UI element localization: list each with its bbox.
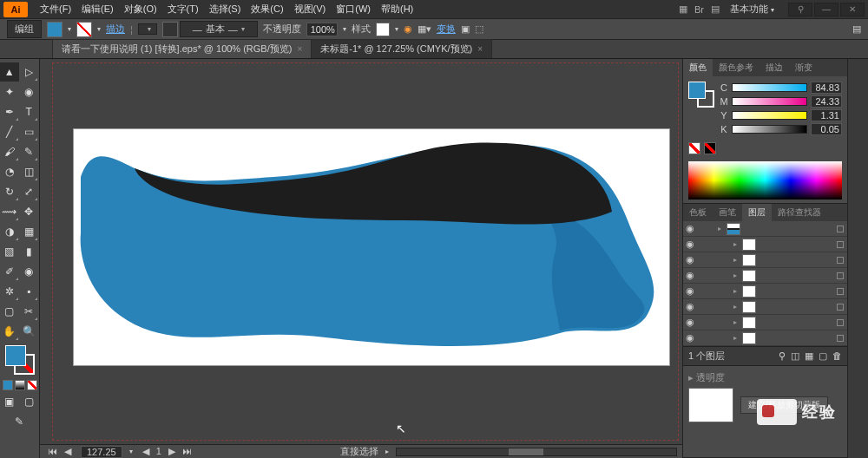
type-tool[interactable]: T [20,102,39,121]
nav-last-icon[interactable]: ⏭ [180,446,194,457]
panel-tab[interactable]: 描边 [760,59,789,76]
menu-E[interactable]: 编辑(E) [76,1,119,17]
none-swatch-icon[interactable] [688,142,700,154]
close-tab-icon[interactable]: × [297,44,302,54]
panel-tab[interactable]: 颜色 [683,59,713,76]
channel-value[interactable]: 84.83 [811,82,842,94]
slice-tool[interactable]: ✂ [20,302,39,321]
visibility-icon[interactable]: ◉ [683,239,697,250]
pencil-tool[interactable]: ✎ [20,142,39,161]
visibility-icon[interactable]: ◉ [683,270,697,281]
brush-tool[interactable]: 🖌 [0,142,19,161]
twirl-icon[interactable]: ▸ [732,303,739,311]
color-mode-icon[interactable] [3,380,13,390]
nav-next-icon[interactable]: ▶ [166,446,178,457]
width-tool[interactable]: ⟿ [0,202,19,221]
gradient-mode-icon[interactable] [15,380,25,390]
layer-row[interactable]: ◉▸ [683,221,847,237]
target-icon[interactable] [837,226,844,232]
stroke-weight[interactable]: ▾ [138,23,157,35]
mesh-tool[interactable]: ▧ [0,242,19,261]
selection-tool[interactable]: ▲ [0,62,19,82]
target-icon[interactable] [837,257,844,264]
graph-tool[interactable]: ▪ [20,282,39,301]
opacity-input[interactable] [306,23,338,36]
magic-wand-tool[interactable]: ✦ [0,82,19,101]
channel-value[interactable]: 24.33 [811,95,842,108]
bridge-icon[interactable]: Br [694,4,704,15]
stroke-menu-icon[interactable]: ▾ [97,25,101,33]
visibility-icon[interactable]: ◉ [683,332,697,344]
visibility-icon[interactable]: ◉ [683,301,697,312]
zoom-field[interactable]: 127.25 [81,446,122,458]
black-swatch-icon[interactable] [704,142,716,154]
layout-icon[interactable]: ▦ [679,3,687,15]
line-tool[interactable]: ╱ [0,122,19,141]
first-icon[interactable]: ⏮ [45,446,60,457]
hand-tool[interactable]: ✋ [0,322,19,341]
twirl-icon[interactable]: ▸ [732,256,739,264]
new-layer-icon[interactable]: ▢ [819,350,827,362]
visibility-icon[interactable]: ◉ [683,285,697,297]
panel-tab[interactable]: 颜色参考 [713,59,760,76]
channel-slider[interactable] [732,83,807,92]
menu-T[interactable]: 文字(T) [162,1,204,17]
perspective-tool[interactable]: ▦ [20,222,39,241]
menu-C[interactable]: 效果(C) [246,1,288,17]
layer-row[interactable]: ◉▸ [683,284,847,299]
panel-tab[interactable]: 图层 [742,204,772,221]
edit-mode-icon[interactable]: ✎ [10,412,29,431]
h-scrollbar[interactable] [396,448,677,456]
layer-row[interactable]: ◉▸ [683,268,847,284]
layer-row[interactable]: ◉▸ [683,252,847,268]
brush-def[interactable] [162,22,178,37]
menu-H[interactable]: 帮助(H) [376,1,418,17]
twirl-icon[interactable]: ▸ [716,225,723,232]
target-icon[interactable] [837,335,844,342]
pen-tool[interactable]: ✒ [0,102,19,121]
gradient-tool[interactable]: ▮ [20,242,39,261]
nav-prev-icon[interactable]: ◀ [140,446,152,457]
doc-tab[interactable]: 请看一下使用说明 (1) [转换].eps* @ 100% (RGB/预览)× [52,39,312,58]
fill-menu-icon[interactable]: ▾ [68,25,71,33]
transform-link[interactable]: 变换 [437,23,456,36]
channel-slider[interactable] [732,125,807,134]
envelope-icon[interactable]: ⬚ [475,23,483,35]
visibility-icon[interactable]: ◉ [683,254,697,265]
lasso-tool[interactable]: ◉ [20,82,39,101]
channel-value[interactable]: 1.31 [811,109,842,121]
menu-O[interactable]: 对象(O) [119,1,162,17]
blend-tool[interactable]: ◉ [20,262,39,281]
zoom-tool[interactable]: 🔍 [20,322,39,341]
stroke-link[interactable]: 描边 [106,23,125,36]
menu-S[interactable]: 选择(S) [204,1,247,17]
new-sublayer-icon[interactable]: ▦ [805,350,813,362]
prev-icon[interactable]: ◀ [62,446,74,457]
search-icon[interactable]: ⚲ [788,3,812,16]
layer-row[interactable]: ◉▸ [683,299,847,315]
align-icon[interactable]: ▦▾ [418,23,431,35]
visibility-icon[interactable]: ◉ [683,223,697,234]
twirl-icon[interactable]: ▸ [732,334,739,342]
workspace-switcher[interactable]: 基本功能 ▾ [723,1,781,17]
panel-menu-icon[interactable]: ▤ [852,23,861,35]
channel-value[interactable]: 0.05 [811,123,842,135]
menu-F[interactable]: 文件(F) [35,1,76,17]
rect-tool[interactable]: ▭ [20,122,39,141]
panel-tab[interactable]: 渐变 [789,59,819,76]
brush-basic[interactable]: — 基本 —▾ [180,21,258,37]
twirl-icon[interactable]: ▸ [732,240,739,248]
twirl-icon[interactable]: ▸ [732,287,739,295]
layer-row[interactable]: ◉▸ [683,237,847,252]
eyedropper-tool[interactable]: ✐ [0,262,19,281]
canvas[interactable]: ↖ ⏮◀ 127.25 ▾ ◀1▶⏭ 直接选择 ▸ [40,59,682,458]
twirl-icon[interactable]: ▸ [732,272,739,279]
layer-row[interactable]: ◉▸ [683,315,847,330]
artboard-tool[interactable]: ▢ [0,302,19,321]
screen-mode-full[interactable]: ▢ [20,392,39,411]
target-icon[interactable] [837,304,844,311]
locate-icon[interactable]: ⚲ [779,350,786,362]
blob-tool[interactable]: ◔ [0,162,19,181]
panel-fill-stroke[interactable] [688,82,714,108]
isolate-icon[interactable]: ▣ [461,23,470,35]
